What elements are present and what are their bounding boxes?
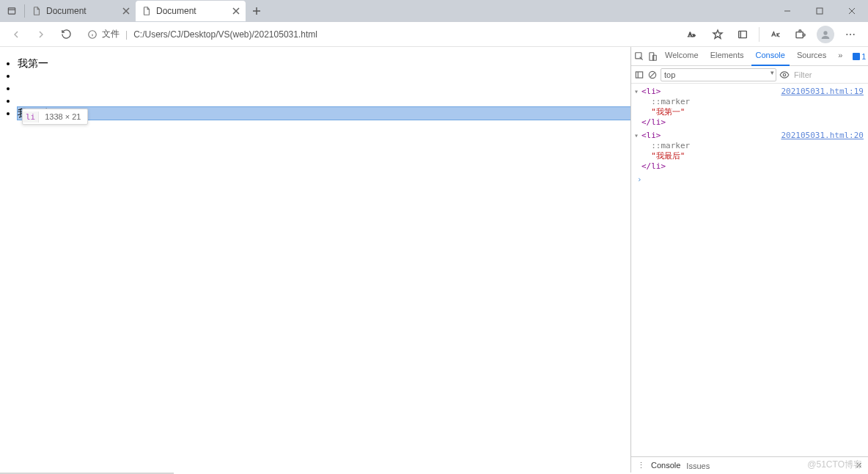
- more-icon[interactable]: [839, 24, 862, 45]
- tab-welcome[interactable]: Welcome: [661, 46, 703, 66]
- page-icon: [32, 6, 42, 16]
- badge-icon: [853, 53, 860, 60]
- svg-rect-7: [803, 34, 805, 36]
- browser-tab-0[interactable]: Document: [26, 1, 136, 21]
- device-icon[interactable]: [647, 49, 658, 64]
- svg-rect-1: [817, 8, 823, 14]
- demo-list: 我第一 我最后: [0, 57, 630, 120]
- console-log-entry[interactable]: ▾ 202105031.html:20 <li> ::marker "我最后" …: [631, 131, 868, 175]
- address-bar[interactable]: 文件 | C:/Users/CJ/Desktop/VS(web)/2021050…: [81, 24, 677, 45]
- list-item: 我第一: [18, 57, 630, 70]
- tab-actions-icon[interactable]: [0, 6, 23, 16]
- svg-point-8: [823, 31, 827, 34]
- list-item: [18, 82, 630, 95]
- address-path: C:/Users/CJ/Desktop/VS(web)/202105031.ht…: [133, 29, 317, 40]
- close-icon[interactable]: ✕: [856, 461, 862, 470]
- drawer-menu-icon[interactable]: ⋮: [637, 461, 645, 470]
- browser-toolbar: 文件 | C:/Users/CJ/Desktop/VS(web)/2021050…: [0, 22, 868, 47]
- page-viewport: 我第一 我最后 li 1338 × 21: [0, 47, 630, 474]
- tab-elements[interactable]: Elements: [706, 46, 749, 66]
- devtools-panel: Welcome Elements Console Sources » 1 默认级…: [630, 47, 868, 474]
- clear-icon[interactable]: [647, 68, 658, 82]
- svg-point-9: [846, 34, 847, 35]
- tooltip-tag: li: [23, 112, 39, 123]
- window-maximize-button[interactable]: [803, 0, 836, 22]
- tab-overflow[interactable]: »: [834, 46, 847, 66]
- message-badge[interactable]: 1: [853, 52, 866, 61]
- console-output: ▾ 202105031.html:19 <li> ::marker "我第一" …: [631, 84, 868, 456]
- address-separator: |: [124, 29, 129, 40]
- svg-rect-6: [799, 30, 801, 32]
- page-icon: [141, 6, 152, 16]
- sidebar-icon[interactable]: [634, 68, 644, 82]
- site-info-icon[interactable]: [87, 29, 98, 40]
- svg-point-10: [850, 34, 851, 35]
- favorites-icon[interactable]: [706, 24, 729, 45]
- source-link[interactable]: 202105031.html:19: [781, 87, 864, 97]
- window-close-button[interactable]: [836, 0, 868, 22]
- drawer-tab-console[interactable]: Console: [651, 457, 680, 475]
- console-toolbar: 默认级别▼ 1 个问: [631, 66, 868, 84]
- tab-console[interactable]: Console: [751, 46, 790, 66]
- source-link[interactable]: 202105031.html:20: [781, 131, 864, 141]
- avatar-icon: [817, 26, 834, 43]
- filter-input[interactable]: [792, 70, 868, 80]
- context-select-wrap: [661, 68, 776, 81]
- profile-button[interactable]: [814, 24, 837, 45]
- reload-button[interactable]: [56, 24, 76, 45]
- read-aloud-icon[interactable]: A»: [681, 24, 705, 45]
- list-item: [18, 70, 630, 82]
- close-icon[interactable]: [231, 6, 241, 16]
- toolbar-icon-1[interactable]: [764, 24, 787, 45]
- back-button[interactable]: [6, 24, 26, 45]
- drawer-tab-issues[interactable]: Issues: [686, 462, 710, 470]
- collections-icon[interactable]: [731, 24, 754, 45]
- context-select[interactable]: [661, 68, 776, 81]
- tab-sources[interactable]: Sources: [792, 46, 831, 66]
- svg-rect-4: [739, 31, 747, 37]
- svg-point-11: [853, 34, 855, 35]
- devtools-drawer: ⋮ Console Issues ✕: [631, 456, 868, 474]
- svg-rect-0: [8, 8, 15, 14]
- svg-point-22: [783, 73, 786, 76]
- caret-icon[interactable]: ▾: [634, 131, 639, 141]
- live-expression-icon[interactable]: [779, 68, 790, 81]
- list-item-highlighted: 我最后: [18, 107, 630, 120]
- list-item: [18, 95, 630, 107]
- caret-icon[interactable]: ▾: [634, 87, 639, 97]
- tab-title: Document: [46, 6, 117, 16]
- browser-tab-1[interactable]: Document: [136, 1, 246, 21]
- svg-text:A»: A»: [688, 31, 696, 38]
- forward-button[interactable]: [31, 24, 51, 45]
- browser-tab-strip: Document Document: [0, 0, 868, 22]
- toolbar-separator: [759, 27, 760, 42]
- tooltip-dimensions: 1338 × 21: [39, 112, 87, 122]
- window-minimize-button[interactable]: [771, 0, 803, 22]
- inspect-icon[interactable]: [634, 49, 644, 64]
- tab-separator: [24, 4, 25, 18]
- svg-rect-20: [636, 71, 642, 77]
- address-protocol-label: 文件: [102, 28, 119, 40]
- devtools-tab-bar: Welcome Elements Console Sources » 1: [631, 47, 868, 66]
- svg-rect-5: [796, 32, 803, 37]
- console-log-entry[interactable]: ▾ 202105031.html:19 <li> ::marker "我第一" …: [631, 87, 868, 131]
- element-dimensions-tooltip: li 1338 × 21: [22, 109, 88, 125]
- close-icon[interactable]: [121, 6, 131, 16]
- console-prompt[interactable]: ›: [631, 175, 868, 185]
- new-tab-button[interactable]: [246, 7, 268, 15]
- tab-title: Document: [156, 6, 227, 16]
- extensions-icon[interactable]: [789, 24, 812, 45]
